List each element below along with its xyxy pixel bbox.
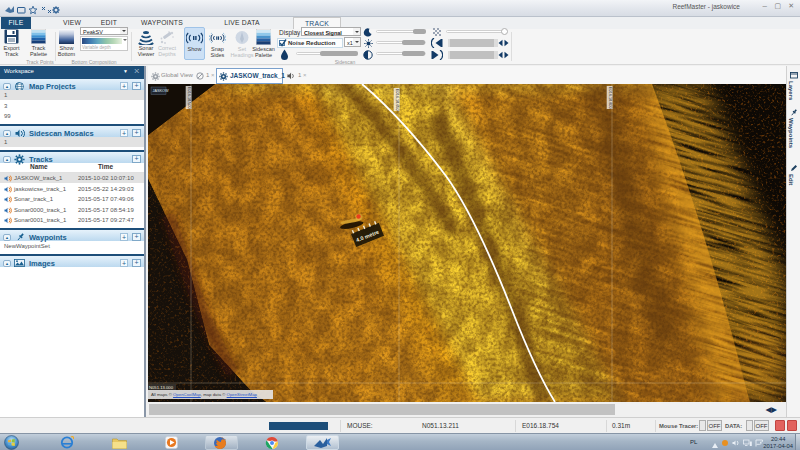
svg-text:E016.18.650: E016.18.650 [395, 89, 399, 111]
svg-text:JASKOW: JASKOW [153, 89, 169, 93]
svg-text:E016.18.500: E016.18.500 [187, 87, 191, 109]
svg-text:E016.18.800: E016.18.800 [608, 87, 612, 109]
